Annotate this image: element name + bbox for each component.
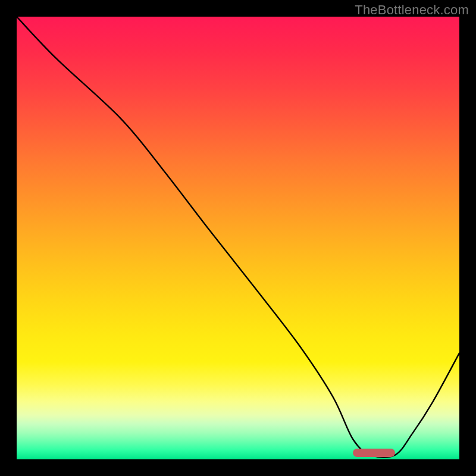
bottleneck-curve: [17, 17, 459, 459]
watermark-text: TheBottleneck.com: [355, 2, 469, 18]
plot-area: [17, 17, 459, 459]
optimal-range-marker: [353, 449, 395, 457]
chart-frame: TheBottleneck.com: [0, 0, 476, 476]
